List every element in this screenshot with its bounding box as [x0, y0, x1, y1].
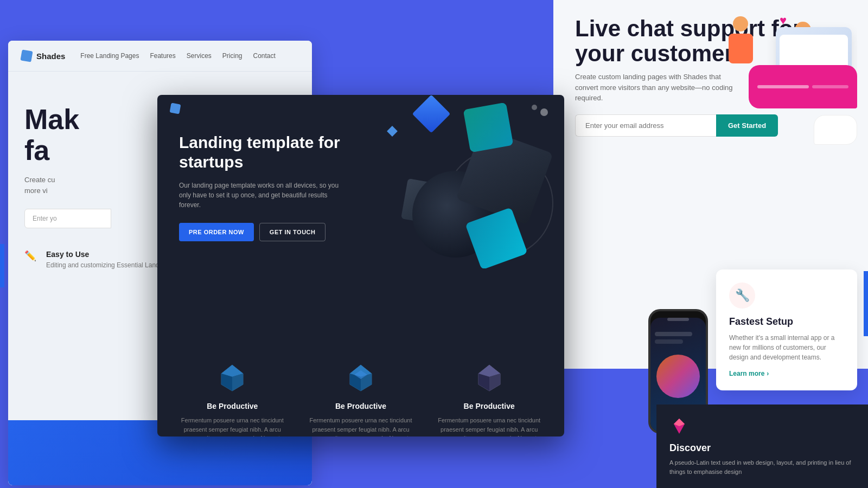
feature-desc-3: Fermentum posuere urna nec tincidunt pra… — [433, 416, 545, 436]
dot-1 — [540, 108, 548, 116]
feature-desc-1: Fermentum posuere urna nec tincidunt pra… — [177, 416, 288, 436]
center-panel: Landing template for startups Our landin… — [157, 95, 564, 436]
chat-line-2 — [812, 85, 848, 88]
feature-title-3: Be Productive — [433, 402, 545, 410]
nav-link-2[interactable]: Features — [150, 52, 175, 60]
card-icon: 🔧 — [729, 282, 755, 309]
features-grid: Be Productive Fermentum posuere urna nec… — [157, 350, 564, 436]
feature-item-2: Be Productive Fermentum posuere urna nec… — [297, 350, 425, 436]
phone-content — [655, 332, 701, 344]
phone-circle-gradient — [656, 355, 700, 398]
chat-bubble-light — [814, 115, 857, 145]
card-desc: Whether it's a small internal app or a n… — [729, 333, 844, 362]
center-hero-title: Landing template for startups — [179, 133, 369, 172]
pre-order-button[interactable]: PRE ORDER NOW — [179, 223, 254, 241]
chat-line-1 — [757, 85, 809, 88]
nav-link-4[interactable]: Pricing — [222, 52, 242, 60]
chat-bubbles — [749, 65, 857, 145]
heart-icon: ♥ — [780, 14, 787, 28]
center-btn-row: PRE ORDER NOW GET IN TOUCH — [179, 223, 542, 241]
feature-icon-1 — [215, 361, 250, 395]
phone-notch — [667, 318, 689, 321]
feature-item-1: Be Productive Fermentum posuere urna nec… — [168, 350, 297, 436]
feature-icon-2 — [343, 361, 378, 395]
logo-text: Shades — [36, 52, 65, 61]
logo-icon — [20, 49, 33, 62]
card-panel: 🔧 Fastest Setup Whether it's a small int… — [716, 269, 857, 390]
center-hero-subtitle: Our landing page template works on all d… — [179, 181, 342, 210]
left-nav-links: Free Landing Pages Features Services Pri… — [80, 52, 276, 60]
learn-more-text: Learn more — [729, 370, 764, 377]
phone-line-1 — [655, 332, 692, 336]
blue-accent-bar-left — [0, 244, 4, 287]
chat-bubble-pink — [749, 65, 857, 108]
center-logo-icon — [170, 103, 181, 114]
discover-section: Discover A pseudo-Latin text used in web… — [656, 404, 868, 488]
left-nav: Shades Free Landing Pages Features Servi… — [8, 41, 312, 72]
pencil-icon: ✏️ — [24, 250, 40, 265]
feature-icon-3 — [472, 361, 507, 395]
char2-head — [733, 16, 748, 31]
wrench-icon: 🔧 — [735, 288, 750, 303]
discover-title: Discover — [669, 442, 855, 454]
nav-link-5[interactable]: Contact — [253, 52, 276, 60]
nav-link-3[interactable]: Services — [187, 52, 212, 60]
discover-text: A pseudo-Latin text used in web design, … — [669, 458, 855, 476]
card-learn-more-link[interactable]: Learn more › — [729, 370, 844, 377]
left-hero-subtitle: Create cumore vi — [24, 175, 176, 196]
nav-link-1[interactable]: Free Landing Pages — [80, 52, 139, 60]
feature-item-3: Be Productive Fermentum posuere urna nec… — [425, 350, 553, 436]
feature-desc-2: Fermentum posuere urna nec tincidunt pra… — [305, 416, 417, 436]
char2-body — [729, 34, 753, 63]
arrow-right-icon: › — [767, 370, 769, 377]
card-title: Fastest Setup — [729, 316, 844, 328]
blue-accent-bar-right — [864, 271, 868, 336]
left-logo: Shades — [21, 50, 65, 61]
get-in-touch-button[interactable]: GET IN TOUCH — [259, 223, 326, 241]
feature-title-2: Be Productive — [305, 402, 417, 410]
discover-icon — [669, 416, 689, 436]
left-email-input[interactable]: Enter yo — [24, 209, 111, 228]
feature-title-1: Be Productive — [177, 402, 288, 410]
dot-2 — [532, 105, 537, 110]
chat-lines — [757, 85, 848, 88]
phone-line-2 — [655, 339, 683, 344]
center-hero-content: Landing template for startups Our landin… — [157, 122, 564, 252]
